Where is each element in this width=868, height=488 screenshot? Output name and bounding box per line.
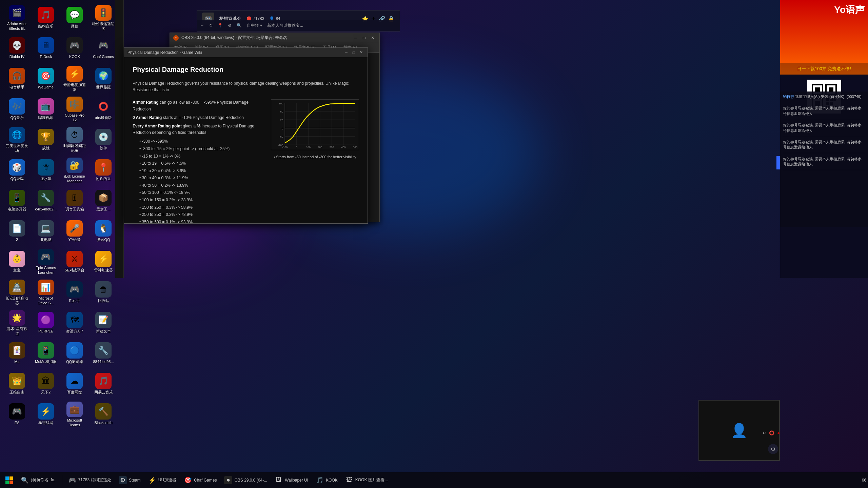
desktop-icon-img-weiyou: 🎯 [38, 68, 54, 84]
taskbar-kook-img-btn[interactable]: 🖼 KOOK-图片查看... [342, 474, 392, 487]
desktop-icon-qq-music[interactable]: 🎶QQ音乐 [3, 95, 31, 124]
nav-back-icon[interactable]: ← [200, 23, 204, 28]
desktop-icon-diablo4[interactable]: 💀Diablo IV [3, 34, 31, 63]
desktop-icon-leijian[interactable]: ⚡雷神加速器 [90, 247, 117, 276]
desktop-icon-world[interactable]: 🌍世界蔓延 [90, 64, 117, 93]
desktop-icon-label-time-manager: 时间网段间距记录 [63, 144, 86, 152]
desktop-icon-img-esports: ⚡ [66, 66, 83, 82]
desktop-icon-netease-music[interactable]: 🎵酷狗音乐 [32, 3, 59, 32]
desktop-icon-wang-yiyou[interactable]: 👑王维自由 [3, 369, 31, 398]
taskbar-uu-btn[interactable]: ⚡ UU加速器 [145, 474, 180, 487]
desktop-icon-kook[interactable]: 🎮KOOK [61, 34, 88, 63]
taskbar-uu-icon: ⚡ [148, 476, 156, 484]
desktop-icon-obs[interactable]: ⭕obs最新版 [90, 95, 117, 124]
desktop-icon-heimao[interactable]: 📦黑盒工... [90, 186, 117, 215]
desktop-icon-label-c4c54be82: c4c54be82... [35, 207, 57, 211]
nav-settings-icon[interactable]: ⚙ [228, 23, 232, 28]
desktop-icon-yy-voice[interactable]: 🎤YY语音 [61, 217, 88, 246]
desktop-icon-microsoft-teams[interactable]: 💼Microsoft Teams [61, 400, 88, 429]
record-icon[interactable]: ↩ [763, 430, 766, 435]
desktop-icon-todesk[interactable]: 🖥ToDesk [32, 34, 59, 63]
desktop-icon-emulator[interactable]: 📱电脑多开器 [3, 186, 31, 215]
desktop-icon-mianzi[interactable]: 🗺命运方舟7 [61, 308, 88, 337]
taskbar-chaf-btn[interactable]: 🎯 Chaf Games [180, 474, 220, 487]
nav-refresh-icon[interactable]: ↻ [209, 23, 213, 28]
desktop-icon-ea[interactable]: 🎮EA [3, 400, 31, 429]
obs-maximize-btn[interactable]: □ [361, 35, 368, 41]
taskbar-obs-btn[interactable]: ● OBS 29.0.0 (64-... [221, 474, 271, 487]
desktop-icon-img-wang-yiyou: 👑 [9, 373, 25, 389]
desktop-icon-file2[interactable]: 📄2 [3, 217, 31, 246]
desktop-icon-blacksmith[interactable]: 🔨Blacksmith [90, 400, 117, 429]
obs-minimize-btn[interactable]: ─ [352, 35, 359, 41]
desktop-icon-qq-chooser[interactable]: 🔵QQ浏览器 [61, 339, 88, 368]
desktop-icon-bilibili[interactable]: 📺哔哩视频 [32, 95, 59, 124]
desktop-icon-baidu-netdisk[interactable]: ☁百度网盘 [61, 369, 88, 398]
wiki-close-btn[interactable]: ✕ [358, 49, 364, 56]
taskbar-search-btn[interactable]: 🔍 帅帅(你名: fo... [17, 474, 61, 487]
desktop-icon-music-tool[interactable]: 🎚调音工具箱 [61, 186, 88, 215]
desktop-icon-5e[interactable]: ⚔5E对战平台 [61, 247, 88, 276]
start-button[interactable] [2, 474, 17, 487]
right-chat: 约行行 逃道宝理员(AI) 安装 (首次NK), (003749) 你的参号导致… [780, 92, 868, 227]
desktop-icon-tencent-qq[interactable]: 🐧腾讯QQ [90, 217, 117, 246]
desktop-icon-changanqimeng[interactable]: 🏯长安幻想启动器 [3, 278, 31, 307]
desktop-icon-chaf-games[interactable]: 🎮Chaf Games [90, 34, 117, 63]
desktop-icon-game-character[interactable]: 🃏Ma [3, 339, 31, 368]
desktop-icon-c4c54be82[interactable]: 🔧c4c54be82... [32, 186, 59, 215]
desktop-icon-cubase[interactable]: 🎼Cubase Pro 12 [61, 95, 88, 124]
desktop-icon-software[interactable]: 💿软件 [90, 125, 117, 154]
desktop-icon-adobe-ae[interactable]: 🎬Adobe After Effects EL [3, 3, 31, 32]
taskbar-game-platform-btn[interactable]: 🎮 71783-梧桐宣逃处 [65, 474, 115, 487]
settings-float-btn[interactable]: ⚙ [768, 444, 778, 454]
obs-title-icon: ● [173, 35, 179, 41]
taskbar-kook-btn[interactable]: 🎵 KOOK [312, 474, 341, 487]
desktop-icon-traffic-speeding[interactable]: 🚦轻松搬运迷途客 [90, 3, 117, 32]
desktop-icon-tianxia2[interactable]: 🏛天下2 [32, 369, 59, 398]
wiki-titlebar: Physical Damage Reduction - Game Wiki ─ … [124, 48, 368, 57]
record-stop-icon[interactable]: ⭕ [769, 430, 774, 435]
desktop-icon-mumu[interactable]: 📱MuMu模拟器 [32, 339, 59, 368]
desktop-icon-weiyou[interactable]: 🎯WeGame [32, 64, 59, 93]
desktop-icon-file-new[interactable]: 📝新建文本 [90, 308, 117, 337]
desktop-icon-qq-games[interactable]: 🎲QQ游戏 [3, 156, 31, 185]
desktop-icon-thunder-war[interactable]: ⚡暴雪战网 [32, 400, 59, 429]
nav-location-icon[interactable]: 📍 [218, 23, 223, 28]
desktop-icon-time-manager[interactable]: ⏱时间网段间距记录 [61, 125, 88, 154]
desktop-icon-lunjie-star[interactable]: 🌟崩坏: 星穹铁道 [3, 308, 31, 337]
desktop-icon-diandian[interactable]: 🎧电音助手 [3, 64, 31, 93]
record-red[interactable]: ● [777, 430, 780, 435]
desktop-icon-complete-world[interactable]: 🌐完美世界竞技场 [3, 125, 31, 154]
taskbar-steam-btn[interactable]: ⚙ Steam [115, 474, 144, 487]
desktop-icon-img-c4c54be82: 🔧 [38, 190, 54, 206]
wiki-maximize-btn[interactable]: □ [351, 49, 357, 56]
desktop-icon-linjin[interactable]: 📍附近的近 [90, 156, 117, 185]
record-bar: ↩ ⭕ ● [763, 430, 780, 435]
desktop-icon-baobei[interactable]: 👶宝宝 [3, 247, 31, 276]
wiki-bullets: • -300 -> -595% • -300 to -15 = 2% per p… [139, 138, 264, 223]
desktop-icon-bicide[interactable]: 💻此电脑 [32, 217, 59, 246]
desktop-icon-huishou[interactable]: 🗑回收站 [90, 278, 117, 307]
desktop-icon-epic[interactable]: 🎮Epic Games Launcher [32, 247, 59, 276]
desktop-icon-wechat[interactable]: 💬微信 [61, 3, 88, 32]
obs-close-btn[interactable]: ✕ [369, 35, 376, 41]
desktop-icon-purple[interactable]: 🟣PURPLE [32, 308, 59, 337]
desktop-icon-netease-cloud[interactable]: 🎵网易云音乐 [90, 369, 117, 398]
desktop-icon-ilok[interactable]: 🔐iLok License Manager [61, 156, 88, 185]
nav-search-icon[interactable]: 🔍 [237, 23, 242, 28]
svg-text:200: 200 [318, 146, 322, 149]
desktop-icon-8844[interactable]: 🔧8844fed95... [90, 339, 117, 368]
desktop-icon-label-purple: PURPLE [38, 329, 53, 333]
taskbar-wallpaper-btn[interactable]: 🖼 Wallpaper UI [271, 474, 312, 487]
desktop-icon-label-adobe-ae: Adobe After Effects EL [5, 22, 29, 30]
desktop-icon-liushui[interactable]: 🗡逆水寒 [32, 156, 59, 185]
taskbar-search-label: 帅帅(你名: fo... [31, 477, 58, 483]
desktop-icon-esports[interactable]: ⚡奇游电竞加速器 [61, 64, 88, 93]
desktop-icon-microsoft-office[interactable]: 📊Microsof Office S... [32, 278, 59, 307]
chat-highlight-btn[interactable] [776, 156, 780, 169]
wiki-minimize-btn[interactable]: ─ [343, 49, 349, 56]
desktop-icon-epic-shou[interactable]: 🎮Epic手 [61, 278, 88, 307]
desktop-icon-img-5e: ⚔ [66, 251, 83, 267]
desktop-icon-chengji[interactable]: 🏆成就 [32, 125, 59, 154]
desktop-icon-label-cubase: Cubase Pro 12 [63, 113, 86, 122]
